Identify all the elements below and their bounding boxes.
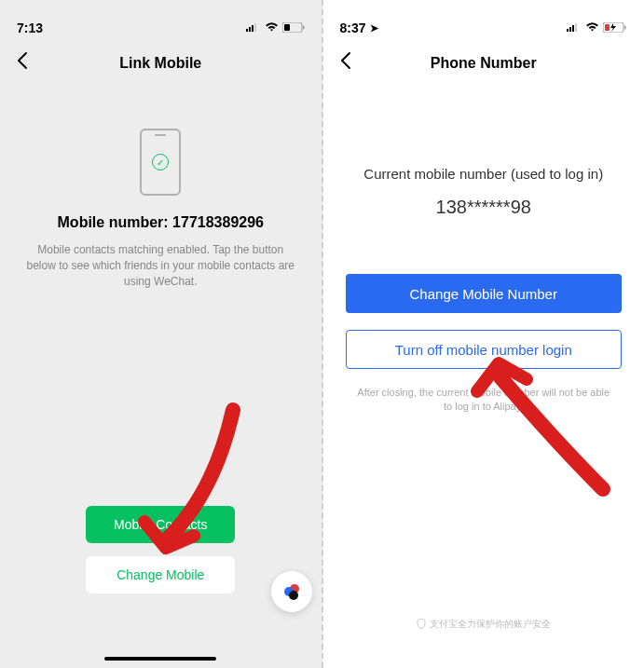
location-icon: ➤ — [370, 22, 378, 34]
floating-assist-icon[interactable] — [271, 571, 312, 612]
turn-off-mobile-login-button[interactable]: Turn off mobile number login — [346, 330, 623, 369]
svg-rect-10 — [567, 29, 569, 32]
status-indicators — [246, 20, 305, 35]
page-title: Phone Number — [431, 55, 537, 72]
status-bar: 8:37 ➤ — [340, 19, 628, 37]
wifi-icon — [265, 20, 279, 35]
signal-icon — [246, 20, 261, 35]
back-button[interactable] — [340, 51, 351, 75]
svg-rect-1 — [249, 27, 251, 32]
footer-security-note: 支付宝全力保护你的账户安全 — [323, 618, 645, 631]
current-number-label: Current mobile number (used to log in) — [346, 166, 623, 182]
alipay-phone-number-screen: 8:37 ➤ Phone Number Current — [323, 0, 645, 668]
signal-icon — [567, 20, 582, 35]
svg-rect-11 — [569, 27, 571, 32]
status-indicators — [567, 20, 627, 35]
svg-rect-3 — [254, 23, 256, 32]
wifi-icon — [585, 20, 599, 35]
status-time: 7:13 — [17, 20, 43, 35]
svg-rect-6 — [303, 26, 305, 30]
svg-rect-0 — [246, 29, 248, 32]
svg-rect-15 — [605, 24, 610, 31]
change-mobile-button[interactable]: Change Mobile — [86, 556, 235, 593]
phone-illustration: ✓ — [140, 129, 181, 196]
battery-charging-icon — [603, 20, 627, 35]
nav-bar: Link Mobile — [17, 45, 305, 82]
svg-point-9 — [289, 591, 298, 600]
wechat-link-mobile-screen: 7:13 Link Mobile ✓ Mobile number: — [0, 0, 323, 668]
check-icon: ✓ — [152, 154, 169, 170]
svg-rect-12 — [572, 25, 574, 32]
home-indicator — [104, 657, 216, 661]
subtitle-text: Mobile contacts matching enabled. Tap th… — [17, 242, 305, 289]
battery-icon — [282, 20, 305, 35]
status-time: 8:37 ➤ — [340, 20, 378, 35]
svg-rect-13 — [575, 23, 577, 32]
change-mobile-number-button[interactable]: Change Mobile Number — [346, 274, 623, 313]
mobile-contacts-button[interactable]: Mobile Contacts — [86, 506, 235, 543]
back-button[interactable] — [17, 51, 28, 75]
svg-rect-16 — [624, 26, 626, 30]
svg-rect-5 — [284, 24, 290, 31]
svg-rect-2 — [252, 25, 253, 32]
nav-bar: Phone Number — [340, 45, 628, 82]
mobile-number-label: Mobile number: 17718389296 — [17, 214, 305, 231]
shield-icon — [417, 619, 426, 631]
page-title: Link Mobile — [119, 55, 201, 72]
status-bar: 7:13 — [17, 19, 305, 37]
current-number-value: 138******98 — [346, 197, 623, 218]
note-text: After closing, the current mobile number… — [346, 386, 623, 415]
